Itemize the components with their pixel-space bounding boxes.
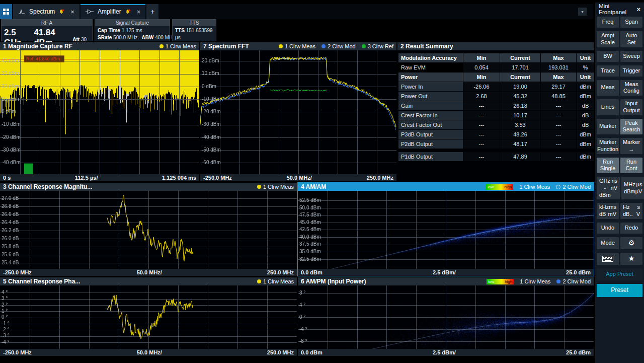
tts-box[interactable]: TTS TTS 151.653599 µs bbox=[172, 19, 216, 41]
x-axis-bar: 0.0 dBm2.5 dBm/25.0 dBm bbox=[298, 349, 594, 356]
table-row[interactable]: P1dB Output---47.89---dBm bbox=[398, 152, 594, 161]
panel-title-bar[interactable]: 7 Spectrum FFT1 Clrw Meas2 Clrw Mod3 Clr… bbox=[200, 42, 396, 50]
legend-item[interactable]: 1 Clrw Meas bbox=[159, 43, 196, 49]
panel-title: 1 Magnitude Capture RF bbox=[3, 43, 72, 50]
key-unit-hz[interactable]: HzsdB..V bbox=[620, 203, 642, 219]
legend-item[interactable]: 2 Clrw Mod bbox=[556, 278, 591, 284]
key-apppreset[interactable]: App Preset bbox=[597, 268, 642, 280]
table-row[interactable]: Crest Factor Out---3.53---dB bbox=[398, 120, 594, 129]
x-axis-bar: 0.0 dBm2.5 dBm/25.0 dBm bbox=[298, 269, 594, 276]
table-row[interactable]: Crest Factor In---10.17---dB bbox=[398, 111, 594, 120]
panel-am-am[interactable]: 4 AM/AMlowhigh1 Clrw Meas2 Clrw Mod0.0 d… bbox=[298, 183, 594, 276]
signal-capture-box[interactable]: Signal Capture Cap Time 1.125 ms SRate 5… bbox=[95, 19, 170, 41]
tabbar-dropdown-button[interactable]: ▼ bbox=[578, 8, 587, 16]
measurement-header-bar: RF A 2.5 GHz 41.84 dBm Att 30 dB Signal … bbox=[1, 19, 216, 41]
chart-canvas-am-am[interactable] bbox=[298, 191, 594, 269]
key-unit-khz[interactable]: kHzmsdBmV bbox=[597, 203, 619, 219]
tab-label: Amplifier bbox=[98, 8, 121, 15]
panel-am-pm[interactable]: 6 AM/PM (Input Power)lowhigh1 Clrw Meas2… bbox=[298, 277, 594, 356]
trace-dot-icon bbox=[321, 44, 326, 48]
panel-title: 6 AM/PM (Input Power) bbox=[301, 278, 366, 285]
legend-item[interactable]: 3 Clrw Ref bbox=[362, 43, 393, 49]
panel-magnitude-capture[interactable]: 1 Magnitude Capture RF1 Clrw Meas0 s112.… bbox=[0, 42, 199, 181]
rf-box-title: RF A bbox=[2, 20, 92, 26]
key-marker-function[interactable]: MarkerFunction bbox=[597, 138, 619, 154]
tab-close-icon[interactable]: × bbox=[70, 8, 74, 16]
table-row[interactable]: Raw EVM0.05417.701193.031% bbox=[398, 63, 594, 72]
tts-box-title: TTS bbox=[173, 20, 216, 26]
key-unit-ghz[interactable]: GHzns-dBmnV bbox=[597, 177, 620, 199]
panel-title: 3 Channel Response Magnitu... bbox=[3, 183, 92, 190]
legend-item[interactable]: 1 Clrw Meas bbox=[257, 184, 294, 190]
panel-title-bar[interactable]: 3 Channel Response Magnitu...1 Clrw Meas bbox=[0, 183, 297, 191]
chart-canvas-am-pm[interactable] bbox=[298, 285, 594, 349]
legend-item[interactable]: 2 Clrw Mod bbox=[321, 43, 356, 49]
chart-canvas-channel-response-phase[interactable] bbox=[0, 285, 297, 349]
tab-spectrum[interactable]: Spectrum× bbox=[13, 4, 79, 19]
tab-amplifier[interactable]: Amplifier× bbox=[80, 4, 145, 19]
key-trace[interactable]: Trace bbox=[597, 65, 619, 77]
key-marker[interactable]: Marker bbox=[597, 119, 619, 135]
legend-item[interactable]: 1 Clrw Meas bbox=[520, 278, 550, 284]
key-freq[interactable]: Freq bbox=[597, 17, 619, 28]
chart-canvas-channel-response-magnitude[interactable] bbox=[0, 191, 297, 269]
capture-box-title: Signal Capture bbox=[95, 20, 170, 26]
sidebar-close-icon[interactable]: × bbox=[636, 6, 640, 13]
legend-item[interactable]: 2 Clrw Mod bbox=[556, 184, 591, 190]
panel-title-bar[interactable]: 4 AM/AMlowhigh1 Clrw Meas2 Clrw Mod bbox=[298, 183, 594, 191]
gear-button[interactable]: ⚙ bbox=[620, 237, 642, 249]
panel-channel-response-magnitude[interactable]: 3 Channel Response Magnitu...1 Clrw Meas… bbox=[0, 183, 297, 276]
table-row[interactable]: Power In-26.0619.0029.17dBm bbox=[398, 82, 594, 91]
legend-item[interactable]: 1 Clrw Meas bbox=[279, 43, 315, 49]
key-meas-config[interactable]: MeasConfig bbox=[620, 80, 642, 96]
legend-item[interactable]: 1 Clrw Meas bbox=[519, 184, 550, 190]
panel-spectrum-fft[interactable]: 7 Spectrum FFT1 Clrw Meas2 Clrw Mod3 Clr… bbox=[200, 42, 396, 181]
key-input-output[interactable]: InputOutput bbox=[620, 99, 642, 115]
star-icon: ★ bbox=[628, 254, 635, 263]
key-redo[interactable]: Redo bbox=[620, 223, 642, 234]
key-run-cont[interactable]: RunCont bbox=[620, 158, 642, 174]
trace-dot-icon bbox=[362, 44, 366, 48]
key-marker-to[interactable]: Marker→ bbox=[620, 138, 642, 154]
key-peak-search[interactable]: PeakSearch bbox=[620, 119, 642, 135]
tab-close-icon[interactable]: × bbox=[137, 8, 141, 16]
gear-icon: ⚙ bbox=[628, 239, 635, 248]
keyboard-button[interactable] bbox=[597, 253, 619, 265]
key-auto-set[interactable]: AutoSet bbox=[620, 31, 642, 47]
new-tab-button[interactable]: + bbox=[146, 4, 158, 19]
table-row[interactable]: Power Out2.6845.3248.85dBm bbox=[398, 92, 594, 101]
key-ampt-scale[interactable]: AmptScale bbox=[597, 31, 619, 47]
trace-dot-icon bbox=[556, 185, 560, 189]
key-undo[interactable]: Undo bbox=[597, 223, 619, 234]
key-run-single[interactable]: RunSingle bbox=[597, 158, 619, 174]
panel-channel-response-phase[interactable]: 5 Channel Response Pha...1 Clrw Meas-250… bbox=[0, 277, 297, 356]
notification-bell-icon bbox=[125, 9, 131, 14]
chart-canvas-spectrum-fft[interactable] bbox=[200, 50, 396, 174]
key-unit-mhz[interactable]: MHzµsdBmµV bbox=[621, 177, 644, 199]
table-row[interactable]: Gain---26.18---dB bbox=[398, 101, 594, 110]
key-preset[interactable]: Preset bbox=[597, 284, 642, 297]
star-button[interactable]: ★ bbox=[620, 253, 642, 265]
chart-canvas-magnitude-capture[interactable] bbox=[0, 50, 199, 174]
layout-grid-icon bbox=[3, 8, 10, 15]
panel-title-bar[interactable]: 1 Magnitude Capture RF1 Clrw Meas bbox=[0, 42, 199, 50]
spectrum-wave-icon bbox=[18, 9, 25, 15]
key-trigger[interactable]: Trigger bbox=[620, 65, 642, 77]
table-row[interactable]: P3dB Output---48.26---dBm bbox=[398, 130, 594, 139]
trace-dot-icon bbox=[257, 279, 261, 283]
panel-title-bar[interactable]: 5 Channel Response Pha...1 Clrw Meas bbox=[0, 277, 297, 285]
panel-title-bar[interactable]: 2 Result Summary bbox=[397, 42, 594, 50]
x-axis-bar: 0 s112.5 µs/1.125 004 ms bbox=[0, 174, 199, 181]
legend-item[interactable]: 1 Clrw Meas bbox=[257, 278, 294, 284]
key-span[interactable]: Span bbox=[620, 17, 642, 28]
panel-result-summary[interactable]: 2 Result SummaryModulation AccuracyMinCu… bbox=[397, 42, 594, 181]
panel-title-bar[interactable]: 6 AM/PM (Input Power)lowhigh1 Clrw Meas2… bbox=[298, 277, 594, 285]
rf-settings-box[interactable]: RF A 2.5 GHz 41.84 dBm Att 30 dB bbox=[1, 19, 93, 41]
key-sweep[interactable]: Sweep bbox=[620, 51, 642, 62]
key-meas[interactable]: Meas bbox=[597, 80, 619, 96]
table-row[interactable]: P2dB Output---48.17---dBm bbox=[398, 139, 594, 149]
layout-grid-button[interactable] bbox=[0, 4, 12, 19]
key-lines[interactable]: Lines bbox=[597, 99, 619, 115]
key-bw[interactable]: BW bbox=[597, 51, 619, 62]
key-mode[interactable]: Mode bbox=[597, 237, 619, 249]
